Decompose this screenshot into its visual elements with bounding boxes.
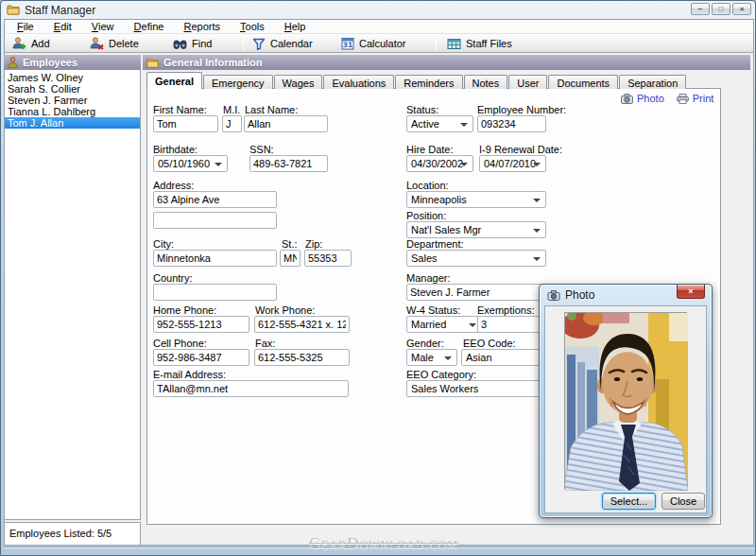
ssn-input[interactable] xyxy=(249,155,328,172)
close-button[interactable]: × xyxy=(732,3,751,15)
tab-wages[interactable]: Wages xyxy=(274,75,323,89)
toolbar-delete-button[interactable]: Delete xyxy=(86,35,143,52)
delete-employee-icon xyxy=(90,37,104,50)
hire-date-picker[interactable]: 04/30/2002 xyxy=(406,155,473,172)
print-link[interactable]: Print xyxy=(677,93,714,104)
list-item[interactable]: Sarah S. Collier xyxy=(5,83,140,95)
list-item[interactable]: James W. Olney xyxy=(5,72,140,83)
hire-date-value: 04/30/2002 xyxy=(411,158,463,169)
toolbar-calculator-label: Calculator xyxy=(359,38,406,49)
tab-general[interactable]: General xyxy=(146,72,202,89)
title-bar[interactable]: Staff Manager − □ × xyxy=(1,1,755,19)
fax-input[interactable] xyxy=(254,349,350,366)
maximize-button[interactable]: □ xyxy=(712,3,730,15)
email-input[interactable] xyxy=(153,380,349,397)
gender-combo[interactable]: Male xyxy=(406,349,457,366)
photo-close-button[interactable]: Close xyxy=(662,493,705,510)
tab-documents[interactable]: Documents xyxy=(548,75,618,89)
ssn-label: SSN: xyxy=(249,144,274,155)
tab-evaluations[interactable]: Evaluations xyxy=(323,75,394,89)
fax-label: Fax: xyxy=(255,338,275,349)
city-input[interactable] xyxy=(153,250,277,267)
hire-date-label: Hire Date: xyxy=(406,144,454,155)
toolbar-separator xyxy=(436,36,437,50)
department-label: Department: xyxy=(406,238,464,250)
toolbar-staff-files-button[interactable]: Staff Files xyxy=(443,35,516,52)
cell-phone-input[interactable] xyxy=(153,349,249,366)
calendar-funnel-icon xyxy=(252,38,266,50)
list-item-selected[interactable]: Tom J. Allan xyxy=(5,117,140,129)
first-name-input[interactable] xyxy=(153,115,218,132)
location-combo[interactable]: Minneapolis xyxy=(406,191,546,208)
panel-links: Photo Print xyxy=(621,93,713,104)
middle-initial-input[interactable] xyxy=(222,115,242,132)
menu-file[interactable]: File xyxy=(9,20,43,33)
employees-panel-title: Employees xyxy=(23,57,77,68)
state-input[interactable] xyxy=(280,250,301,267)
menu-tools[interactable]: Tools xyxy=(232,20,273,33)
printer-icon xyxy=(677,94,689,104)
menu-define[interactable]: Define xyxy=(126,20,173,33)
tab-emergency[interactable]: Emergency xyxy=(203,75,273,89)
work-phone-label: Work Phone: xyxy=(255,304,315,316)
last-name-label: Last Name: xyxy=(245,104,298,115)
employee-number-label: Employee Number: xyxy=(477,104,566,115)
minimize-button[interactable]: − xyxy=(691,3,710,15)
work-phone-input[interactable] xyxy=(254,316,350,333)
toolbar-add-label: Add xyxy=(31,38,50,49)
list-item[interactable]: Tianna L. Dahlberg xyxy=(5,106,140,117)
toolbar-calculator-button[interactable]: 31 Calculator xyxy=(337,35,410,52)
zip-input[interactable] xyxy=(304,250,352,267)
menu-help[interactable]: Help xyxy=(276,20,315,33)
employee-person-icon xyxy=(8,57,18,68)
photo-dialog-body: Select... Close xyxy=(544,305,707,513)
list-item[interactable]: Steven J. Farmer xyxy=(5,95,140,106)
menu-reports[interactable]: Reports xyxy=(175,20,229,33)
tab-separation[interactable]: Separation xyxy=(619,75,686,89)
address-input[interactable] xyxy=(153,191,277,208)
toolbar-delete-label: Delete xyxy=(109,38,139,49)
home-phone-input[interactable] xyxy=(153,316,249,333)
address2-input[interactable] xyxy=(153,212,277,229)
add-employee-icon xyxy=(12,37,26,50)
photo-link[interactable]: Photo xyxy=(621,93,664,104)
chevron-down-icon xyxy=(444,356,452,360)
employees-status: Employees Listed: 5/5 xyxy=(4,522,141,546)
svg-text:31: 31 xyxy=(343,41,352,49)
tab-user[interactable]: User xyxy=(508,75,547,89)
employees-list[interactable]: James W. Olney Sarah S. Collier Steven J… xyxy=(4,70,141,520)
menu-edit[interactable]: Edit xyxy=(45,20,80,33)
folder-icon xyxy=(146,58,159,68)
w4-status-label: W-4 Status: xyxy=(406,304,460,316)
status-combo[interactable]: Active xyxy=(406,115,473,132)
menu-view[interactable]: View xyxy=(83,20,123,33)
eeo-code-label: EEO Code: xyxy=(463,338,516,349)
toolbar-separator xyxy=(243,36,244,50)
tab-reminders[interactable]: Reminders xyxy=(395,75,462,89)
tab-notes[interactable]: Notes xyxy=(464,75,508,89)
email-label: E-mail Address: xyxy=(153,369,226,380)
toolbar-find-button[interactable]: Find xyxy=(169,35,215,52)
camera-icon xyxy=(547,290,560,301)
department-combo[interactable]: Sales xyxy=(406,250,546,267)
toolbar-calendar-button[interactable]: Calendar xyxy=(249,35,317,52)
chevron-down-icon xyxy=(469,323,476,327)
toolbar-add-button[interactable]: Add xyxy=(9,35,54,52)
dialog-close-button[interactable]: × xyxy=(677,285,705,299)
employee-number-input[interactable] xyxy=(477,115,546,132)
chevron-down-icon xyxy=(533,229,541,233)
w4-status-combo[interactable]: Married xyxy=(406,316,482,333)
position-label: Position: xyxy=(406,210,446,221)
exemptions-input[interactable] xyxy=(477,316,540,333)
chevron-down-icon xyxy=(460,123,468,127)
position-combo[interactable]: Nat'l Sales Mgr xyxy=(406,221,546,238)
country-input[interactable] xyxy=(153,284,277,301)
country-label: Country: xyxy=(153,272,193,284)
photo-select-button[interactable]: Select... xyxy=(602,493,656,510)
photo-dialog-titlebar[interactable]: Photo xyxy=(547,288,594,302)
i9-renewal-picker[interactable]: 04/07/2010 xyxy=(479,155,546,172)
last-name-input[interactable] xyxy=(244,115,328,132)
birthdate-picker[interactable]: 05/10/1960 xyxy=(153,155,228,172)
manager-input[interactable] xyxy=(406,284,546,301)
birthdate-value: 05/10/1960 xyxy=(158,158,210,169)
